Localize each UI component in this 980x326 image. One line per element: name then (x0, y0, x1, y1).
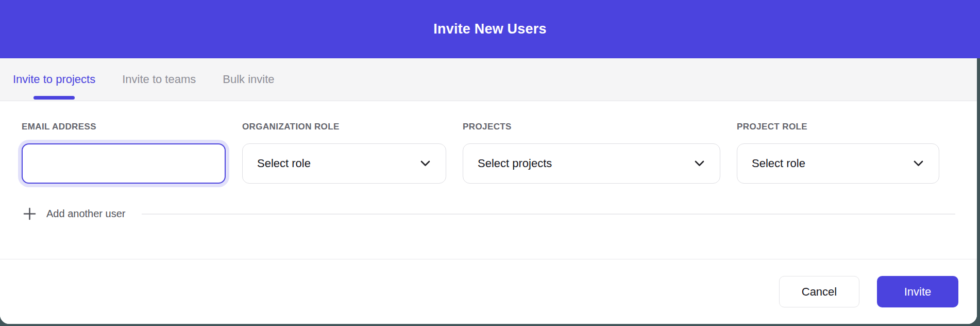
modal-header: Invite New Users (0, 0, 980, 58)
project-role-label: PROJECT ROLE (737, 122, 939, 132)
modal-title: Invite New Users (433, 21, 546, 37)
organization-role-label: ORGANIZATION ROLE (242, 122, 446, 132)
projects-label: PROJECTS (463, 122, 720, 132)
project-role-select[interactable]: Select role (737, 143, 939, 184)
active-tab-indicator (33, 96, 75, 100)
cancel-button[interactable]: Cancel (779, 276, 859, 307)
email-field-group: EMAIL ADDRESS (22, 122, 226, 184)
chevron-down-icon (695, 160, 704, 167)
tab-label: Bulk invite (223, 73, 274, 86)
tab-bulk-invite[interactable]: Bulk invite (223, 58, 274, 101)
row-divider-line (142, 214, 955, 215)
tab-invite-to-teams[interactable]: Invite to teams (122, 58, 196, 101)
select-value: Select projects (478, 157, 552, 170)
projects-select[interactable]: Select projects (463, 143, 720, 184)
projects-field-group: PROJECTS Select projects (463, 122, 720, 184)
tab-label: Invite to teams (122, 73, 196, 86)
chevron-down-icon (914, 160, 923, 167)
select-value: Select role (257, 157, 311, 170)
chevron-down-icon (420, 160, 430, 167)
invite-button[interactable]: Invite (877, 276, 958, 307)
email-address-label: EMAIL ADDRESS (22, 122, 226, 132)
invite-users-dialog: Invite New Users Invite to projects Invi… (0, 0, 980, 326)
organization-role-select[interactable]: Select role (242, 143, 446, 184)
tab-invite-to-projects[interactable]: Invite to projects (13, 58, 95, 101)
email-input[interactable] (22, 143, 226, 184)
organization-role-field-group: ORGANIZATION ROLE Select role (242, 122, 446, 184)
select-value: Select role (752, 157, 805, 170)
add-another-user-button[interactable]: Add another user (46, 208, 125, 220)
user-fields-row: EMAIL ADDRESS ORGANIZATION ROLE Select r… (22, 122, 955, 184)
invite-form: EMAIL ADDRESS ORGANIZATION ROLE Select r… (0, 101, 977, 259)
modal-body: Invite to projects Invite to teams Bulk … (0, 58, 977, 324)
add-another-user-row: Add another user (22, 207, 955, 220)
modal-footer: Cancel Invite (0, 259, 977, 324)
project-role-field-group: PROJECT ROLE Select role (737, 122, 939, 184)
tab-label: Invite to projects (13, 73, 95, 86)
plus-icon[interactable] (23, 207, 36, 220)
tab-bar: Invite to projects Invite to teams Bulk … (0, 58, 977, 101)
